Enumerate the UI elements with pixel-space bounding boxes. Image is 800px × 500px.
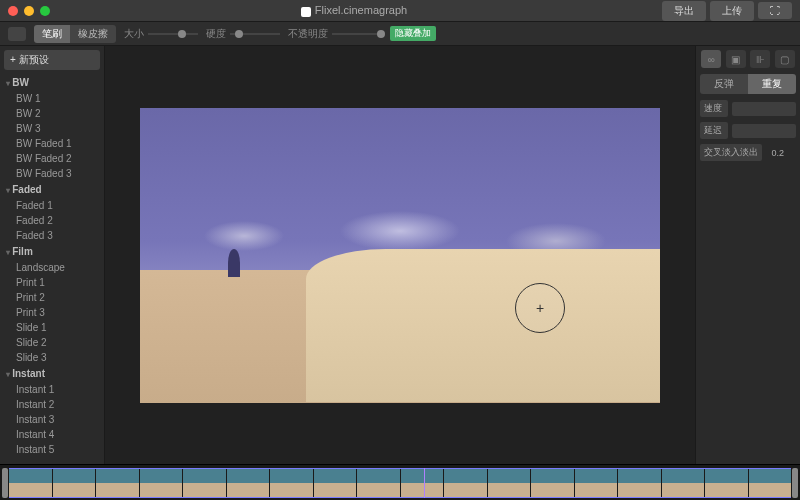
overlay-toggle-badge[interactable]: 隐藏叠加 (390, 26, 436, 41)
canvas-area[interactable] (105, 46, 695, 464)
preset-group[interactable]: BW (0, 74, 104, 91)
preset-item[interactable]: Slide 2 (0, 335, 104, 350)
timeline-frame[interactable] (53, 469, 96, 497)
preset-item[interactable]: BW 2 (0, 106, 104, 121)
timeline-frame[interactable] (444, 469, 487, 497)
tool-icon[interactable] (8, 27, 26, 41)
preset-item[interactable]: Faded 3 (0, 228, 104, 243)
inspector-panel: ∞ ▣ ⊪ ▢ 反弹 重复 速度 延迟 交叉淡入淡出0.2 (695, 46, 800, 464)
size-slider[interactable]: 大小 (124, 27, 198, 41)
preset-item[interactable]: Instant 5 (0, 442, 104, 457)
timeline-frame[interactable] (9, 469, 52, 497)
preset-item[interactable]: Instant 1 (0, 382, 104, 397)
inspector-tabs: ∞ ▣ ⊪ ▢ (700, 50, 796, 68)
mask-overlay (306, 249, 660, 402)
timeline-frame[interactable] (270, 469, 313, 497)
preset-item[interactable]: Faded 1 (0, 198, 104, 213)
timeline-frame[interactable] (96, 469, 139, 497)
tab-image[interactable]: ▣ (726, 50, 746, 68)
preset-item[interactable]: Instant 3 (0, 412, 104, 427)
timeline-frame[interactable] (401, 469, 444, 497)
tab-loop[interactable]: ∞ (701, 50, 721, 68)
playhead[interactable] (424, 468, 425, 498)
bounce-mode-button[interactable]: 反弹 (700, 74, 748, 94)
maximize-window-button[interactable] (40, 6, 50, 16)
main-area: + 新预设 BWBW 1BW 2BW 3BW Faded 1BW Faded 2… (0, 46, 800, 464)
preset-item[interactable]: Faded 2 (0, 213, 104, 228)
timeline-frame[interactable] (140, 469, 183, 497)
timeline-frame[interactable] (488, 469, 531, 497)
figure-graphic (228, 249, 240, 277)
loop-mode-segment: 反弹 重复 (700, 74, 796, 94)
brush-cursor (515, 283, 565, 333)
timeline-frame[interactable] (705, 469, 748, 497)
preset-item[interactable]: Print 2 (0, 290, 104, 305)
preset-item[interactable]: Print 1 (0, 275, 104, 290)
repeat-mode-button[interactable]: 重复 (748, 74, 796, 94)
timeline-end-handle[interactable] (792, 468, 798, 498)
preset-item[interactable]: Print 3 (0, 305, 104, 320)
presets-sidebar: + 新预设 BWBW 1BW 2BW 3BW Faded 1BW Faded 2… (0, 46, 105, 464)
add-preset-button[interactable]: + 新预设 (4, 50, 100, 70)
brush-eraser-segment: 笔刷 橡皮擦 (34, 25, 116, 43)
hardness-slider[interactable]: 硬度 (206, 27, 280, 41)
timeline-frame[interactable] (662, 469, 705, 497)
preset-item[interactable]: BW Faded 3 (0, 166, 104, 181)
fullscreen-button[interactable]: ⛶ (758, 2, 792, 19)
tab-crop[interactable]: ▢ (775, 50, 795, 68)
upload-button[interactable]: 上传 (710, 1, 754, 21)
tab-adjust[interactable]: ⊪ (750, 50, 770, 68)
preset-item[interactable]: BW 1 (0, 91, 104, 106)
delay-control[interactable]: 延迟 (700, 122, 796, 139)
preset-item[interactable]: Slide 3 (0, 350, 104, 365)
toolbar: 笔刷 橡皮擦 大小 硬度 不透明度 隐藏叠加 (0, 22, 800, 46)
close-window-button[interactable] (8, 6, 18, 16)
timeline-frame[interactable] (575, 469, 618, 497)
timeline-frame[interactable] (749, 469, 792, 497)
preset-group[interactable]: Instant (0, 365, 104, 382)
brush-tool-button[interactable]: 笔刷 (34, 25, 70, 43)
titlebar: Flixel.cinemagraph 导出 上传 ⛶ (0, 0, 800, 22)
document-title: Flixel.cinemagraph (50, 4, 658, 16)
document-icon (301, 7, 311, 17)
timeline-frame[interactable] (183, 469, 226, 497)
timeline-start-handle[interactable] (2, 468, 8, 498)
speed-control[interactable]: 速度 (700, 100, 796, 117)
opacity-slider[interactable]: 不透明度 (288, 27, 382, 41)
timeline-frame[interactable] (314, 469, 357, 497)
window-controls (8, 6, 50, 16)
timeline-frame[interactable] (531, 469, 574, 497)
timeline[interactable] (0, 464, 800, 500)
preset-item[interactable]: Instant 2 (0, 397, 104, 412)
eraser-tool-button[interactable]: 橡皮擦 (70, 25, 116, 43)
crossfade-control[interactable]: 交叉淡入淡出0.2 (700, 144, 796, 161)
timeline-frame[interactable] (618, 469, 661, 497)
timeline-frame[interactable] (227, 469, 270, 497)
preset-item[interactable]: Slide 1 (0, 320, 104, 335)
preset-item[interactable]: BW Faded 1 (0, 136, 104, 151)
preset-item[interactable]: BW 3 (0, 121, 104, 136)
timeline-frames[interactable] (9, 468, 791, 498)
export-button[interactable]: 导出 (662, 1, 706, 21)
preset-group[interactable]: Faded (0, 181, 104, 198)
preset-item[interactable]: Instant 4 (0, 427, 104, 442)
preset-group[interactable]: Film (0, 243, 104, 260)
preview-image (140, 108, 660, 403)
preset-item[interactable]: Landscape (0, 260, 104, 275)
preset-item[interactable]: BW Faded 2 (0, 151, 104, 166)
minimize-window-button[interactable] (24, 6, 34, 16)
timeline-frame[interactable] (357, 469, 400, 497)
